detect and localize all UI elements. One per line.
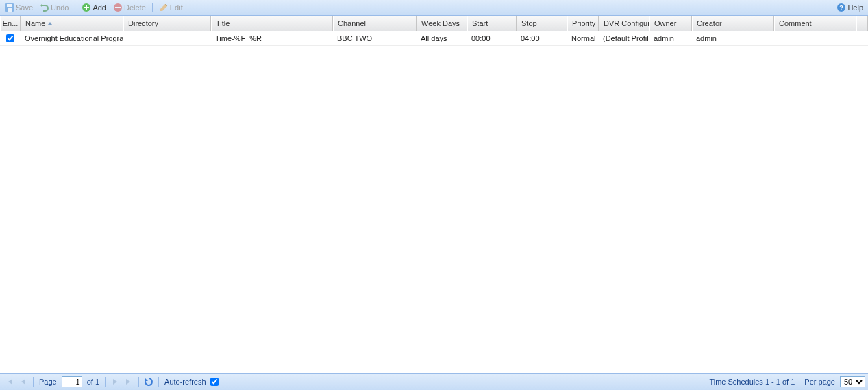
cell-start: 00:00 (467, 31, 517, 45)
save-button[interactable]: Save (2, 2, 36, 13)
col-weekdays[interactable]: Week Days (417, 16, 467, 31)
perpage-label: Per page (804, 378, 835, 386)
footer-separator (158, 377, 159, 387)
toolbar-separator (152, 3, 153, 12)
col-directory[interactable]: Directory (123, 16, 211, 31)
cell-channel: BBC TWO (333, 31, 417, 45)
add-icon (82, 3, 91, 12)
svg-rect-1 (7, 4, 12, 7)
paging-toolbar: Page of 1 Auto-refresh Time Schedules 1 … (0, 373, 868, 390)
column-headers: En... Name Directory Title Channel Week … (0, 16, 868, 31)
cell-owner: admin (649, 31, 692, 45)
save-icon (5, 3, 14, 12)
help-icon: ? (836, 3, 846, 12)
cell-comment (774, 31, 856, 45)
cell-filler (856, 31, 868, 45)
footer-separator (105, 377, 106, 387)
cell-creator: admin (692, 31, 774, 45)
toolbar-separator (75, 3, 75, 12)
delete-button[interactable]: Delete (110, 2, 149, 13)
time-schedules-panel: Save Undo Add Delete Edit (0, 0, 868, 390)
svg-text:?: ? (840, 4, 844, 11)
autorefresh-checkbox[interactable] (210, 378, 219, 386)
autorefresh-label: Auto-refresh (164, 378, 206, 386)
col-start[interactable]: Start (467, 16, 517, 31)
edit-button[interactable]: Edit (156, 2, 186, 13)
col-creator[interactable]: Creator (692, 16, 774, 31)
cell-weekdays: All days (417, 31, 467, 45)
table-row[interactable]: Overnight Educational Programmes Time-%F… (0, 31, 868, 46)
first-page-button[interactable] (4, 376, 15, 387)
top-toolbar: Save Undo Add Delete Edit (0, 0, 868, 16)
col-stop[interactable]: Stop (517, 16, 567, 31)
add-label: Add (92, 3, 106, 12)
add-button[interactable]: Add (79, 2, 109, 13)
save-label: Save (16, 3, 33, 12)
page-label: Page (39, 378, 57, 386)
undo-icon (40, 3, 49, 12)
page-input[interactable] (62, 376, 82, 387)
cell-title: Time-%F_%R (211, 31, 333, 45)
sort-asc-icon (48, 22, 52, 25)
edit-label: Edit (170, 3, 183, 12)
col-dvrconfig[interactable]: DVR Configura... (599, 16, 649, 31)
cell-stop: 04:00 (517, 31, 567, 45)
col-name[interactable]: Name (21, 16, 123, 31)
col-owner[interactable]: Owner (649, 16, 692, 31)
prev-page-button[interactable] (18, 376, 29, 387)
cell-name: Overnight Educational Programmes (21, 31, 123, 45)
col-comment[interactable]: Comment (774, 16, 856, 31)
col-channel[interactable]: Channel (333, 16, 417, 31)
cell-directory (123, 31, 211, 45)
help-label: Help (847, 3, 863, 12)
col-enabled[interactable]: En... (0, 16, 21, 31)
svg-rect-5 (115, 7, 121, 8)
refresh-button[interactable] (143, 376, 154, 387)
delete-label: Delete (124, 3, 146, 12)
help-button[interactable]: ? Help (834, 2, 866, 13)
next-page-button[interactable] (110, 376, 121, 387)
edit-icon (159, 3, 169, 12)
undo-label: Undo (51, 3, 69, 12)
perpage-select[interactable]: 50 (840, 376, 865, 387)
col-priority[interactable]: Priority (567, 16, 599, 31)
svg-rect-2 (8, 8, 12, 12)
row-enabled-checkbox[interactable] (6, 34, 14, 42)
undo-button[interactable]: Undo (37, 2, 71, 13)
cell-dvrconfig: (Default Profile) (599, 31, 649, 45)
grid-body[interactable]: Overnight Educational Programmes Time-%F… (0, 31, 868, 373)
cell-priority: Normal (567, 31, 599, 45)
col-title[interactable]: Title (211, 16, 333, 31)
page-total: of 1 (87, 378, 99, 386)
footer-separator (33, 377, 34, 387)
status-text: Time Schedules 1 - 1 of 1 (709, 378, 795, 386)
footer-separator (138, 377, 139, 387)
cell-enabled (0, 31, 21, 45)
last-page-button[interactable] (123, 376, 134, 387)
delete-icon (113, 3, 123, 12)
col-filler (856, 16, 868, 31)
